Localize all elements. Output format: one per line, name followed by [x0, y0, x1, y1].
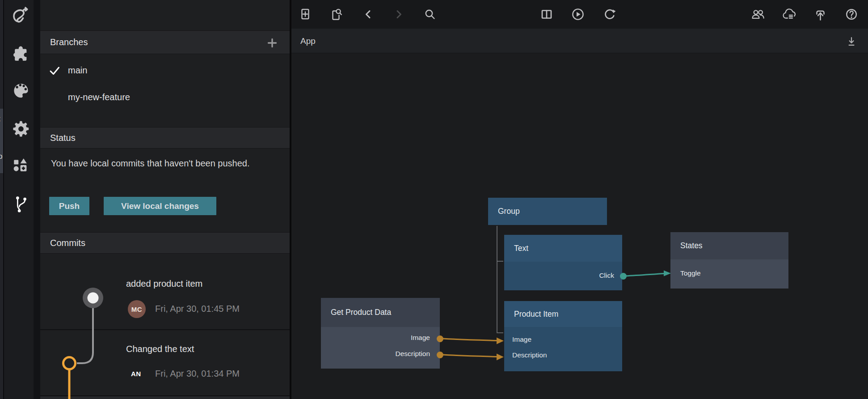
node-text[interactable]: Text Click: [504, 235, 622, 290]
node-title: States: [680, 241, 703, 250]
commit-author-initials: AN: [131, 370, 141, 378]
commit-row[interactable]: [40, 330, 290, 395]
styles-palette-icon[interactable]: [10, 80, 32, 102]
edge-text-fragment: o: [0, 152, 2, 161]
status-title: Status: [50, 133, 76, 143]
status-section-header: Status: [40, 127, 290, 149]
status-message: You have local commits that haven't been…: [51, 156, 265, 171]
settings-gear-icon[interactable]: [10, 118, 32, 140]
branch-row-main[interactable]: main: [40, 58, 290, 83]
commit-message: added product item: [126, 279, 202, 289]
split-editor-button[interactable]: [539, 6, 555, 22]
commit-timestamp: Fri, Apr 30, 01:45 PM: [155, 304, 240, 314]
node-title: Product Item: [514, 310, 558, 319]
component-search-button[interactable]: [328, 6, 344, 22]
add-node-button[interactable]: [297, 6, 313, 22]
version-control-icon[interactable]: [10, 192, 32, 215]
divider: [34, 0, 40, 399]
branches-title: Branches: [50, 37, 88, 47]
branch-name: main: [68, 65, 87, 76]
noodl-logo-icon[interactable]: [10, 4, 32, 26]
edge-text-fragment: t: [0, 115, 0, 123]
node-title: Get Product Data: [331, 308, 391, 317]
output-port-click[interactable]: Click: [599, 272, 614, 280]
publish-button[interactable]: [812, 6, 828, 22]
branch-row-my-new-feature[interactable]: my-new-feature: [40, 85, 290, 110]
push-button[interactable]: Push: [49, 197, 89, 215]
editor-toolbar: [291, 0, 868, 29]
port-dot-description[interactable]: [437, 352, 443, 358]
version-control-panel: Branches main my-new-feature Status You …: [40, 0, 290, 399]
refresh-button[interactable]: [602, 6, 618, 22]
commit-message: Changed the text: [126, 344, 194, 354]
branches-section-header: Branches: [40, 30, 290, 54]
commits-title: Commits: [50, 238, 85, 248]
commit-row[interactable]: [40, 254, 290, 330]
commit-author-avatar: MC: [128, 300, 146, 318]
cloud-services-button[interactable]: [781, 6, 797, 22]
commit-timestamp: Fri, Apr 30, 01:34 PM: [155, 369, 240, 379]
help-button[interactable]: [843, 6, 860, 22]
nav-back-button[interactable]: [360, 6, 376, 22]
node-group[interactable]: Group: [488, 198, 607, 225]
branch-name: my-new-feature: [68, 92, 130, 102]
activity-bar: [4, 0, 34, 399]
node-title: Group: [498, 207, 520, 216]
output-port-image[interactable]: Image: [411, 334, 430, 342]
noodl-editor-window: t o: [0, 0, 868, 399]
download-icon: [845, 34, 858, 48]
node-title: Text: [514, 244, 528, 253]
node-states[interactable]: States Toggle: [670, 232, 788, 289]
commits-section-header: Commits: [40, 232, 290, 254]
import-download-button[interactable]: [845, 34, 858, 50]
input-port-image[interactable]: Image: [512, 335, 531, 344]
components-icon[interactable]: [10, 43, 32, 66]
breadcrumb-app[interactable]: App: [300, 29, 316, 53]
input-port-description[interactable]: Description: [512, 351, 547, 359]
output-port-description[interactable]: Description: [395, 350, 430, 358]
component-breadcrumb-bar: App: [291, 29, 868, 53]
preview-play-button[interactable]: [570, 6, 586, 22]
port-dot-image[interactable]: [437, 335, 443, 342]
hidden-panel-edge-highlight: [0, 109, 3, 173]
input-port-toggle[interactable]: Toggle: [680, 269, 701, 277]
current-branch-check-icon: [48, 64, 61, 77]
search-button[interactable]: [422, 6, 438, 22]
next-section-header-partial: [40, 396, 290, 399]
add-branch-button[interactable]: [266, 37, 278, 51]
collaborators-button[interactable]: [750, 6, 766, 22]
view-local-changes-button[interactable]: View local changes: [104, 197, 216, 215]
node-product-item[interactable]: Product Item Image Description: [504, 301, 622, 371]
plus-icon: [266, 37, 278, 49]
port-dot-click[interactable]: [620, 273, 627, 280]
hidden-panel-edge: t o: [0, 0, 3, 399]
node-get-product-data[interactable]: Get Product Data Image Description: [321, 298, 440, 369]
marketplace-icon[interactable]: [10, 154, 32, 177]
nav-forward-button[interactable]: [391, 6, 407, 22]
